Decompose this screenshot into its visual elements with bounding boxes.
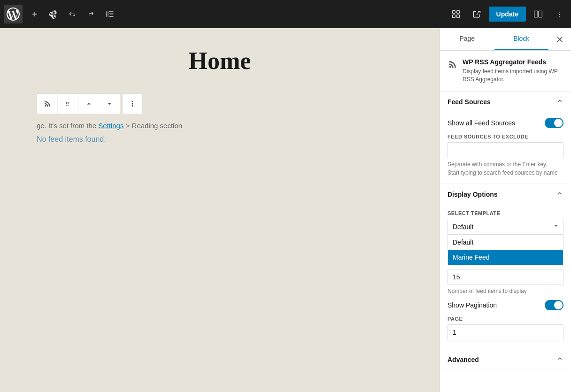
svg-rect-5 (539, 11, 542, 17)
advanced-header[interactable]: Advanced (440, 349, 571, 370)
svg-point-8 (66, 105, 67, 106)
sidebar-toggle-button[interactable] (530, 6, 547, 23)
toolbar-right: Update (448, 6, 567, 23)
advanced-chevron-icon (556, 355, 563, 364)
advanced-section: Advanced (440, 349, 571, 370)
external-link-button[interactable] (468, 6, 485, 23)
options-button[interactable] (550, 6, 567, 23)
show-pagination-label: Show Pagination (448, 301, 497, 309)
tab-block[interactable]: Block (494, 28, 549, 50)
block-rss-icon-button[interactable] (37, 93, 58, 114)
svg-point-11 (67, 105, 68, 106)
wp-logo-button[interactable] (4, 5, 23, 23)
display-options-title: Display Options (448, 191, 498, 198)
list-view-button[interactable] (101, 6, 118, 23)
block-toolbar (37, 93, 120, 114)
exclude-helper1: Separate with commas or the Enter key. (448, 161, 563, 168)
block-more-button[interactable] (122, 93, 143, 114)
template-dropdown-options: Default Marine Feed (448, 235, 563, 265)
toolbar-left (4, 5, 118, 23)
top-toolbar: Update (0, 0, 571, 28)
no-feed-text: No feed items found. (37, 135, 403, 144)
update-button[interactable]: Update (489, 7, 526, 22)
svg-rect-3 (456, 15, 459, 18)
select-template-wrapper: Default Marine Feed (448, 219, 563, 235)
svg-rect-1 (456, 11, 459, 14)
svg-rect-0 (452, 11, 455, 14)
exclude-helper2: Start typing to search feed sources by n… (448, 169, 563, 176)
display-options-body: SELECT TEMPLATE Default Marine Feed Defa… (440, 205, 571, 349)
show-all-feed-sources-row: Show all Feed Sources (448, 118, 563, 128)
advanced-title: Advanced (448, 356, 479, 363)
sidebar-content: WP RSS Aggregator Feeds Display feed ite… (440, 51, 571, 392)
block-wrapper (37, 93, 403, 114)
svg-rect-2 (452, 15, 455, 18)
display-options-chevron-icon (556, 190, 563, 199)
sidebar: Page Block WP RSS Aggregator Feeds Displ… (440, 28, 571, 392)
block-up-button[interactable] (78, 93, 99, 114)
template-option-default[interactable]: Default (448, 235, 563, 250)
canvas-inner: Home (8, 28, 431, 162)
feed-sources-chevron-icon (556, 97, 563, 107)
exclude-input[interactable] (448, 142, 563, 158)
plugin-info: WP RSS Aggregator Feeds Display feed ite… (463, 58, 563, 84)
template-option-marine[interactable]: Marine Feed (448, 250, 563, 265)
select-template-label: SELECT TEMPLATE (448, 210, 563, 216)
page-input[interactable] (448, 324, 563, 340)
canvas-area: Home (0, 28, 440, 392)
num-items-input[interactable] (448, 269, 563, 285)
block-grid-button[interactable] (58, 93, 78, 114)
svg-rect-4 (534, 11, 538, 17)
display-options-header[interactable]: Display Options (440, 184, 571, 205)
plugin-header: WP RSS Aggregator Feeds Display feed ite… (440, 51, 571, 92)
svg-point-9 (67, 102, 68, 103)
exclude-label: FEED SOURCES TO EXCLUDE (448, 134, 563, 139)
feed-sources-body: Show all Feed Sources FEED SOURCES TO EX… (440, 112, 571, 184)
show-all-toggle[interactable] (545, 118, 563, 128)
page-label: PAGE (448, 316, 563, 322)
svg-point-6 (66, 102, 67, 103)
page-title: Home (37, 47, 403, 75)
display-options-section: Display Options SELECT TEMPLATE Default … (440, 184, 571, 349)
block-text: ge. It's set from the Settings > Reading… (37, 122, 403, 130)
feed-sources-section: Feed Sources Show all Feed Sources FEED … (440, 92, 571, 184)
block-down-button[interactable] (99, 93, 120, 114)
plugin-rss-icon (448, 59, 458, 71)
plugin-desc: Display feed items imported using WP RSS… (463, 68, 563, 84)
sidebar-close-button[interactable] (548, 28, 571, 50)
show-pagination-toggle[interactable] (545, 300, 563, 310)
tab-page[interactable]: Page (440, 28, 494, 50)
sidebar-tabs: Page Block (440, 28, 571, 51)
edit-button[interactable] (45, 6, 62, 23)
num-items-helper: Number of feed items to display (448, 288, 563, 294)
feed-sources-header[interactable]: Feed Sources (440, 92, 571, 112)
select-template-input[interactable]: Default Marine Feed (448, 219, 563, 235)
plugin-title: WP RSS Aggregator Feeds (463, 58, 563, 66)
svg-point-7 (66, 103, 67, 104)
view-button[interactable] (448, 6, 464, 23)
main-area: Home (0, 28, 571, 392)
undo-button[interactable] (64, 6, 81, 23)
svg-point-10 (67, 103, 68, 104)
show-all-label: Show all Feed Sources (448, 119, 515, 127)
redo-button[interactable] (83, 6, 100, 23)
feed-sources-title: Feed Sources (448, 98, 491, 106)
show-pagination-row: Show Pagination (448, 300, 563, 310)
add-block-button[interactable] (26, 6, 43, 23)
